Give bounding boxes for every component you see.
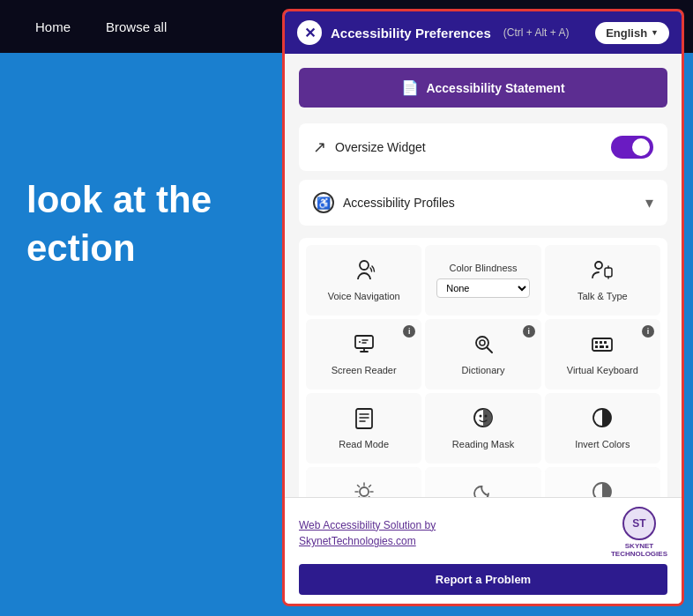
color-blindness-label: Color Blindness [449,263,517,273]
dictionary-icon [471,331,496,360]
tool-color-blindness[interactable]: Color Blindness None Protanopia Deuteran… [425,245,540,315]
virtual-keyboard-icon [590,331,615,360]
tool-light-contrast[interactable]: Light Contrast [306,467,421,497]
footer-content: Web Accessibility Solution by SkynetTech… [299,507,667,559]
tool-read-mode[interactable]: Read Mode [306,393,421,464]
svg-rect-10 [604,341,607,344]
tool-high-contrast[interactable]: High Contrast [545,467,660,497]
virtual-keyboard-label: Virtual Keyboard [567,365,638,376]
talk-type-icon [590,257,615,286]
tool-virtual-keyboard[interactable]: i Virtual Keyboard [545,319,660,390]
panel-header-left: ✕ Accessibility Preferences (Ctrl + Alt … [297,20,569,45]
panel-content: 📄 Accessibility Statement ↗ Oversize Wid… [285,54,682,497]
svg-rect-7 [592,338,612,351]
voice-navigation-label: Voice Navigation [328,291,400,302]
svg-point-6 [480,340,485,345]
tool-screen-reader[interactable]: i Screen Reader [306,319,421,390]
read-mode-label: Read Mode [339,439,389,450]
accessibility-statement-button[interactable]: 📄 Accessibility Statement [299,68,667,108]
panel-header: ✕ Accessibility Preferences (Ctrl + Alt … [285,11,682,54]
toggle-slider [611,136,653,159]
document-icon: 📄 [401,79,419,96]
skynet-logo-text: SKYNETTECHNOLOGIES [611,542,667,559]
accessibility-panel: ✕ Accessibility Preferences (Ctrl + Alt … [282,9,684,606]
profiles-row-left: ♿ Accessibility Profiles [313,192,455,213]
svg-point-0 [360,261,369,270]
skynet-logo-circle: ST [622,507,656,540]
nav-home[interactable]: Home [35,19,71,34]
dictionary-info-badge: i [523,325,535,338]
talk-type-label: Talk & Type [578,291,628,302]
accessibility-statement-label: Accessibility Statement [426,81,564,95]
footer-link-container[interactable]: Web Accessibility Solution by SkynetTech… [299,516,436,550]
tool-invert-colors[interactable]: Invert Colors [545,393,660,464]
hero-text: look at theection [26,176,212,272]
invert-colors-icon [590,405,615,434]
oversize-toggle[interactable] [611,136,653,159]
virtual-keyboard-info-badge: i [642,325,654,338]
oversize-widget-left: ↗ Oversize Widget [313,137,426,157]
footer-link-line2: SkynetTechnologies.com [299,535,416,547]
svg-rect-8 [595,341,598,344]
light-contrast-icon [352,479,376,496]
svg-rect-14 [356,409,372,428]
dark-contrast-icon [471,479,496,496]
person-icon: ♿ [313,192,334,213]
footer-link-line1: Web Accessibility Solution by [299,519,436,531]
tool-reading-mask[interactable]: Reading Mask [425,393,540,464]
panel-footer: Web Accessibility Solution by SkynetTech… [285,497,682,604]
svg-rect-11 [595,345,598,348]
expand-icon: ↗ [313,137,326,157]
panel-shortcut: (Ctrl + Alt + A) [503,26,570,39]
svg-rect-3 [355,336,373,348]
high-contrast-icon [590,479,615,496]
screen-reader-icon [352,331,376,360]
svg-point-19 [360,487,369,496]
language-button[interactable]: English [595,22,669,44]
accessibility-profiles-label: Accessibility Profiles [343,196,455,210]
close-button[interactable]: ✕ [297,20,322,45]
svg-rect-12 [600,345,604,348]
oversize-widget-label: Oversize Widget [335,140,426,154]
report-problem-button[interactable]: Report a Problem [299,564,667,595]
svg-rect-9 [600,341,602,344]
svg-point-1 [595,262,602,269]
svg-rect-2 [605,268,612,277]
tool-voice-navigation[interactable]: Voice Navigation [306,245,421,315]
screen-reader-info-badge: i [403,325,415,338]
voice-navigation-icon [352,257,376,286]
oversize-widget-row[interactable]: ↗ Oversize Widget [299,123,667,171]
panel-title: Accessibility Preferences [331,26,491,41]
tools-grid: Voice Navigation Color Blindness None Pr… [299,238,667,497]
screen-reader-label: Screen Reader [332,365,397,376]
tool-dictionary[interactable]: i Dictionary [425,319,540,390]
svg-rect-13 [606,345,608,348]
svg-point-17 [484,415,487,418]
chevron-down-icon: ▾ [645,193,653,212]
tool-dark-contrast[interactable]: Dark Contrast [425,467,540,497]
invert-colors-label: Invert Colors [575,439,630,450]
footer-logo: ST SKYNETTECHNOLOGIES [611,507,667,559]
dictionary-label: Dictionary [462,365,505,376]
svg-point-16 [479,415,481,418]
nav-browse-all[interactable]: Browse all [106,19,167,34]
accessibility-profiles-row[interactable]: ♿ Accessibility Profiles ▾ [299,180,667,226]
reading-mask-icon [471,405,496,434]
color-blindness-select[interactable]: None Protanopia Deuteranopia Tritanopia [436,278,530,298]
read-mode-icon [352,405,376,434]
tool-talk-type[interactable]: Talk & Type [545,245,660,315]
reading-mask-label: Reading Mask [452,439,514,450]
footer-link[interactable]: Web Accessibility Solution by SkynetTech… [299,519,436,548]
svg-point-4 [359,341,361,343]
